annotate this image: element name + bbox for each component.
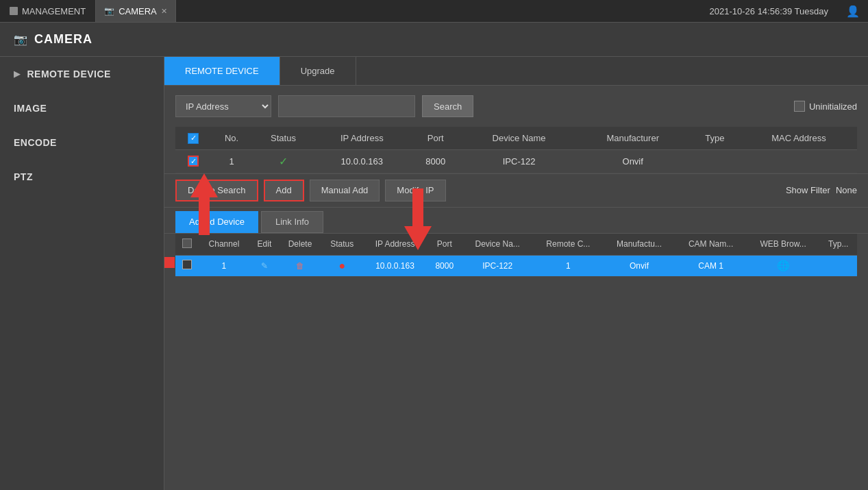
sidebar-item-encode[interactable]: ENCODE	[0, 125, 164, 160]
tab-remote-device[interactable]: REMOTE DEVICE	[164, 57, 280, 85]
row-ip: 10.0.0.163	[314, 149, 410, 173]
camera-tab-icon: 📷	[104, 6, 114, 16]
row-mac	[741, 149, 857, 173]
tab-remote-device-label: REMOTE DEVICE	[185, 66, 259, 76]
added-col-remotec: Remote C...	[533, 234, 603, 256]
added-row-manufacturer: Onvif	[603, 255, 675, 276]
camera-icon: 📷	[14, 33, 27, 46]
added-col-camname: CAM Nam...	[675, 234, 747, 256]
manual-add-button[interactable]: Manual Add	[310, 180, 380, 201]
added-row-devicename: IPC-122	[462, 255, 533, 276]
added-row-channel: 1	[198, 255, 250, 276]
search-bar: IP Address Search Uninitialized	[164, 86, 868, 127]
user-icon[interactable]: 👤	[838, 5, 868, 18]
row-type	[689, 149, 741, 173]
row-manufacturer: Onvif	[576, 149, 689, 173]
camera-tab[interactable]: 📷 CAMERA ✕	[96, 0, 176, 22]
camera-tab-close[interactable]: ✕	[161, 7, 167, 16]
added-row-port: 8000	[427, 255, 462, 276]
row-checkbox[interactable]	[175, 149, 211, 173]
delete-icon[interactable]: 🗑	[296, 261, 304, 271]
datetime-display: 2021-10-26 14:56:39 Tuesday	[710, 6, 838, 16]
added-device-table: Channel Edit Delete Status IP Address Po…	[175, 234, 857, 277]
added-row-delete[interactable]: 🗑	[279, 255, 321, 276]
modify-ip-button[interactable]: Modify IP	[385, 180, 445, 201]
content-area: REMOTE DEVICE Upgrade IP Address Search …	[164, 57, 868, 490]
col-type: Type	[689, 127, 741, 149]
uninit-text: Uninitialized	[809, 101, 857, 112]
row-select-checkbox[interactable]	[188, 156, 199, 167]
sidebar-item-label: REMOTE DEVICE	[27, 69, 111, 79]
arrow-icon: ▶	[14, 69, 21, 79]
status-check-icon: ✓	[279, 156, 288, 167]
search-type-select[interactable]: IP Address	[175, 95, 271, 117]
added-col-port: Port	[427, 234, 462, 256]
col-devicename: Device Name	[462, 127, 576, 149]
link-info-tab-label: Link Info	[275, 217, 309, 227]
bottom-actions: Device Search Add Manual Add Modify IP S…	[164, 173, 868, 207]
added-tabs: Added Device Link Info	[164, 208, 868, 234]
added-select-all-checkbox[interactable]	[182, 238, 192, 248]
col-port: Port	[410, 127, 462, 149]
added-row-webbrow[interactable]: 🌐	[747, 255, 820, 276]
added-row-edit[interactable]: ✎	[250, 255, 279, 276]
added-col-edit: Edit	[250, 234, 279, 256]
main-layout: ▶ REMOTE DEVICE IMAGE ENCODE PTZ REMOTE …	[0, 57, 868, 490]
uninit-label: Uninitialized	[794, 101, 857, 112]
filter-value: None	[836, 185, 857, 195]
added-table-row: 1 ✎ 🗑 ● 10.0.0.163 8000 IPC-122 1 Onvif …	[175, 255, 857, 276]
search-button[interactable]: Search	[422, 95, 473, 117]
col-ip: IP Address	[314, 127, 410, 149]
added-table-wrapper[interactable]: Channel Edit Delete Status IP Address Po…	[164, 234, 868, 282]
add-button[interactable]: Add	[264, 180, 304, 201]
search-input[interactable]	[278, 95, 415, 117]
select-all-checkbox[interactable]	[188, 133, 199, 144]
device-search-button[interactable]: Device Search	[175, 180, 258, 201]
added-col-type: Typ...	[820, 234, 857, 256]
added-row-select[interactable]	[182, 260, 192, 269]
app-title-bar: 📷 CAMERA	[0, 23, 868, 57]
added-col-delete: Delete	[279, 234, 321, 256]
added-row-remotec: 1	[533, 255, 603, 276]
tab-upgrade[interactable]: Upgrade	[280, 57, 356, 85]
added-row-camname: CAM 1	[675, 255, 747, 276]
added-col-manufacturer: Manufactu...	[603, 234, 675, 256]
grid-icon	[10, 7, 18, 15]
device-table: No. Status IP Address Port Device Name M…	[175, 127, 857, 173]
uninit-checkbox[interactable]	[794, 101, 805, 112]
added-row-type	[820, 255, 857, 276]
row-devicename: IPC-122	[462, 149, 576, 173]
added-col-status: Status	[321, 234, 363, 256]
added-col-ip: IP Address	[363, 234, 427, 256]
show-filter-label: Show Filter	[786, 185, 830, 195]
added-row-ip: 10.0.0.163	[363, 255, 427, 276]
tab-upgrade-label: Upgrade	[301, 66, 335, 76]
added-device-tab-label: Added Device	[189, 217, 245, 227]
management-label: MANAGEMENT	[22, 6, 86, 16]
added-device-tab[interactable]: Added Device	[175, 211, 258, 233]
web-browser-icon[interactable]: 🌐	[777, 260, 790, 271]
device-table-wrapper[interactable]: No. Status IP Address Port Device Name M…	[164, 127, 868, 173]
row-port: 8000	[410, 149, 462, 173]
sidebar-item-image[interactable]: IMAGE	[0, 91, 164, 125]
device-table-section: No. Status IP Address Port Device Name M…	[164, 127, 868, 173]
sidebar-item-label: PTZ	[14, 171, 33, 182]
added-row-checkbox[interactable]	[175, 255, 198, 276]
col-checkbox	[175, 127, 211, 149]
col-no: No.	[211, 127, 252, 149]
link-info-tab[interactable]: Link Info	[261, 211, 323, 233]
edit-icon[interactable]: ✎	[261, 261, 268, 271]
added-row-status: ●	[321, 255, 363, 276]
col-status: Status	[252, 127, 314, 149]
sidebar-item-remote-device[interactable]: ▶ REMOTE DEVICE	[0, 57, 164, 91]
top-bar: MANAGEMENT 📷 CAMERA ✕ 2021-10-26 14:56:3…	[0, 0, 868, 23]
table-row: 1 ✓ 10.0.0.163 8000 IPC-122 Onvif	[175, 149, 857, 173]
sidebar-item-label: ENCODE	[14, 137, 57, 148]
sidebar: ▶ REMOTE DEVICE IMAGE ENCODE PTZ	[0, 57, 164, 490]
management-tab[interactable]: MANAGEMENT	[0, 0, 96, 22]
sidebar-item-label: IMAGE	[14, 103, 47, 114]
camera-tab-label: CAMERA	[119, 6, 157, 16]
sidebar-item-ptz[interactable]: PTZ	[0, 160, 164, 194]
added-col-devicename: Device Na...	[462, 234, 533, 256]
added-col-channel: Channel	[198, 234, 250, 256]
